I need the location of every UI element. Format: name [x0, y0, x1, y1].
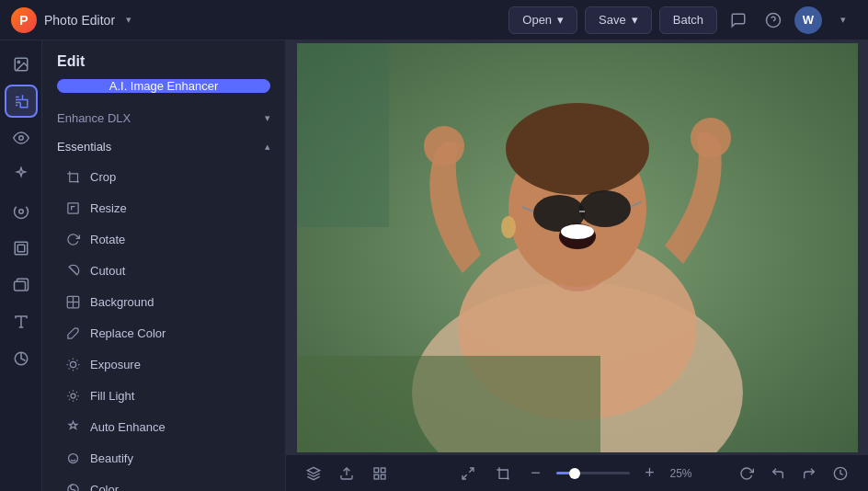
background-icon	[64, 293, 81, 310]
menu-item-cutout[interactable]: Cutout	[42, 255, 285, 286]
open-label: Open	[522, 13, 552, 27]
svg-point-45	[424, 126, 464, 166]
svg-rect-56	[381, 474, 385, 479]
edit-icon-button[interactable]	[5, 85, 38, 118]
icon-bar	[0, 40, 42, 491]
user-avatar[interactable]: W	[794, 6, 822, 34]
svg-line-24	[76, 368, 77, 369]
edit-panel: Edit A.I. Image Enhancer Enhance DLX ▾ E…	[42, 40, 286, 491]
sticker-icon-button[interactable]	[5, 342, 38, 375]
overlay-icon-button[interactable]	[5, 268, 38, 302]
svg-point-41	[579, 190, 631, 227]
open-chevron: ▾	[557, 13, 564, 27]
replace-color-label: Replace Color	[90, 326, 166, 340]
menu-item-fill-light[interactable]: Fill Light	[42, 380, 285, 411]
app-title-chevron[interactable]: ▾	[126, 14, 131, 26]
open-button[interactable]: Open ▾	[508, 6, 577, 34]
color-label: Color	[90, 483, 119, 492]
cutout-icon	[64, 262, 81, 279]
svg-point-30	[68, 453, 77, 462]
menu-item-beautify[interactable]: Beautify	[42, 442, 285, 474]
svg-rect-11	[17, 245, 25, 252]
svg-rect-16	[67, 202, 77, 212]
zoom-in-button[interactable]: +	[639, 462, 661, 485]
rotate-icon	[64, 231, 81, 247]
canvas-image	[297, 43, 858, 452]
history-icon[interactable]	[828, 461, 853, 486]
svg-point-3	[17, 61, 19, 63]
svg-point-9	[18, 210, 23, 214]
replace-color-icon	[64, 325, 81, 341]
background-label: Background	[90, 295, 154, 309]
main-area: Edit A.I. Image Enhancer Enhance DLX ▾ E…	[0, 40, 868, 491]
svg-point-33	[67, 484, 77, 491]
menu-item-color[interactable]: Color	[42, 474, 285, 491]
batch-button[interactable]: Batch	[659, 6, 717, 34]
help-icon-button[interactable]	[760, 6, 787, 34]
exposure-label: Exposure	[90, 358, 141, 371]
menu-item-auto-enhance[interactable]: Auto Enhance	[42, 411, 285, 442]
refresh-icon[interactable]	[734, 461, 760, 486]
menu-item-background[interactable]: Background	[42, 286, 285, 317]
svg-point-49	[501, 216, 516, 238]
svg-point-20	[70, 361, 75, 367]
menu-item-crop[interactable]: Crop	[42, 161, 285, 192]
text-icon-button[interactable]	[5, 305, 38, 338]
ai-enhancer-button[interactable]: A.I. Image Enhancer	[57, 79, 270, 93]
magic-icon-button[interactable]	[5, 158, 38, 191]
essentials-label: Essentials	[57, 140, 111, 154]
save-chevron: ▾	[632, 13, 638, 27]
save-button[interactable]: Save ▾	[585, 6, 652, 34]
essentials-chevron: ▴	[265, 141, 270, 153]
enhance-dlx-chevron: ▾	[265, 112, 270, 124]
zoom-controls: − + 25%	[455, 461, 700, 486]
auto-enhance-label: Auto Enhance	[90, 420, 166, 434]
svg-rect-10	[15, 242, 28, 255]
bottom-left-tools	[301, 461, 393, 486]
zoom-slider-handle[interactable]	[569, 468, 580, 479]
topbar: P Photo Editor ▾ Open ▾ Save ▾ Batch W ▾	[0, 0, 868, 40]
batch-label: Batch	[673, 13, 703, 27]
grid-view-icon[interactable]	[367, 461, 393, 486]
panel-title: Edit	[42, 40, 285, 79]
zoom-slider[interactable]	[556, 472, 630, 474]
enhance-dlx-section[interactable]: Enhance DLX ▾	[42, 104, 285, 132]
enhance-dlx-label: Enhance DLX	[57, 111, 131, 125]
fill-light-label: Fill Light	[90, 389, 134, 403]
svg-rect-50	[297, 356, 600, 452]
svg-line-28	[76, 360, 77, 360]
export-icon[interactable]	[334, 461, 360, 486]
effects-icon-button[interactable]	[5, 195, 38, 228]
fit-screen-icon[interactable]	[455, 461, 481, 486]
rotate-label: Rotate	[90, 233, 125, 246]
chat-icon-button[interactable]	[725, 6, 752, 34]
bottom-right-tools	[734, 461, 853, 486]
zoom-out-button[interactable]: −	[525, 462, 547, 485]
layers-icon[interactable]	[301, 461, 326, 486]
save-label: Save	[599, 13, 626, 27]
menu-item-replace-color[interactable]: Replace Color	[42, 317, 285, 348]
svg-rect-12	[14, 281, 25, 291]
svg-point-48	[561, 224, 594, 239]
menu-item-rotate[interactable]: Rotate	[42, 223, 285, 255]
redo-icon[interactable]	[796, 461, 822, 486]
menu-item-exposure[interactable]: Exposure	[42, 348, 285, 380]
menu-item-resize[interactable]: Resize	[42, 192, 285, 223]
resize-label: Resize	[90, 201, 127, 215]
undo-icon[interactable]	[765, 461, 791, 486]
svg-point-29	[71, 394, 75, 398]
frames-icon-button[interactable]	[5, 232, 38, 265]
crop-tool-icon[interactable]	[490, 461, 516, 486]
svg-line-59	[463, 474, 467, 479]
svg-rect-51	[297, 43, 389, 227]
canvas-content	[286, 40, 868, 454]
essentials-section[interactable]: Essentials ▴	[42, 132, 285, 161]
photos-icon-button[interactable]	[5, 48, 38, 81]
svg-line-23	[68, 360, 69, 360]
user-chevron[interactable]: ▾	[829, 6, 857, 34]
photo-svg	[297, 43, 858, 452]
color-icon	[64, 481, 81, 491]
eye-icon-button[interactable]	[5, 121, 38, 154]
canvas-area: − + 25%	[286, 40, 868, 491]
svg-rect-54	[374, 468, 379, 473]
